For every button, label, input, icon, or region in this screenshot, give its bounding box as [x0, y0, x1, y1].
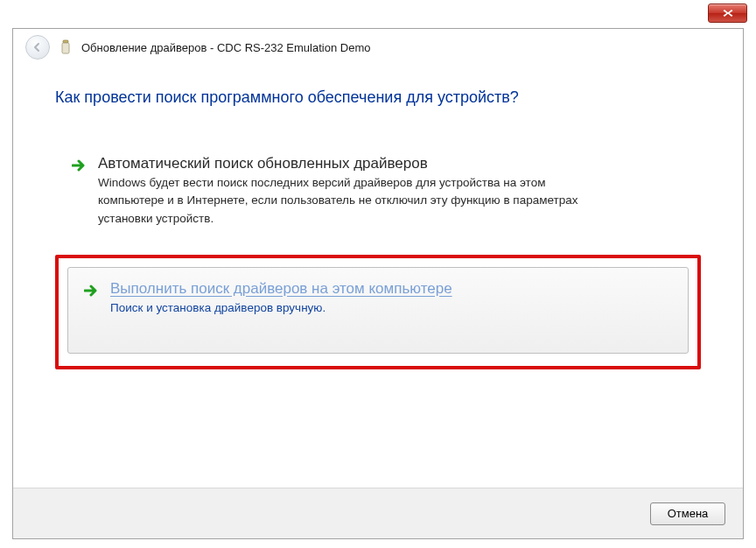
- option-auto-search[interactable]: Автоматический поиск обновленных драйвер…: [55, 142, 701, 244]
- window-close-button[interactable]: [708, 4, 747, 23]
- cancel-button[interactable]: Отмена: [650, 502, 725, 525]
- back-button[interactable]: [25, 35, 50, 60]
- svg-rect-0: [63, 40, 68, 43]
- arrow-right-icon: [72, 155, 88, 228]
- arrow-right-icon: [84, 280, 100, 314]
- option-manual-desc: Поиск и установка драйверов вручную.: [110, 301, 452, 314]
- wizard-header: Обновление драйверов - CDC RS-232 Emulat…: [13, 29, 743, 66]
- wizard-footer: Отмена: [13, 488, 743, 538]
- highlight-annotation: Выполнить поиск драйверов на этом компью…: [55, 255, 701, 369]
- option-auto-desc: Windows будет вести поиск последних верс…: [98, 174, 588, 228]
- page-heading: Как провести поиск программного обеспече…: [55, 88, 701, 107]
- svg-rect-1: [62, 43, 69, 53]
- close-icon: [722, 9, 734, 18]
- option-auto-title: Автоматический поиск обновленных драйвер…: [98, 155, 588, 172]
- wizard-body: Как провести поиск программного обеспече…: [13, 66, 743, 488]
- option-manual-title: Выполнить поиск драйверов на этом компью…: [110, 280, 452, 298]
- window-title: Обновление драйверов - CDC RS-232 Emulat…: [81, 41, 370, 54]
- wizard-dialog: Обновление драйверов - CDC RS-232 Emulat…: [12, 28, 744, 539]
- back-arrow-icon: [32, 41, 44, 53]
- option-manual-search[interactable]: Выполнить поиск драйверов на этом компью…: [67, 267, 689, 354]
- device-icon: [59, 39, 73, 55]
